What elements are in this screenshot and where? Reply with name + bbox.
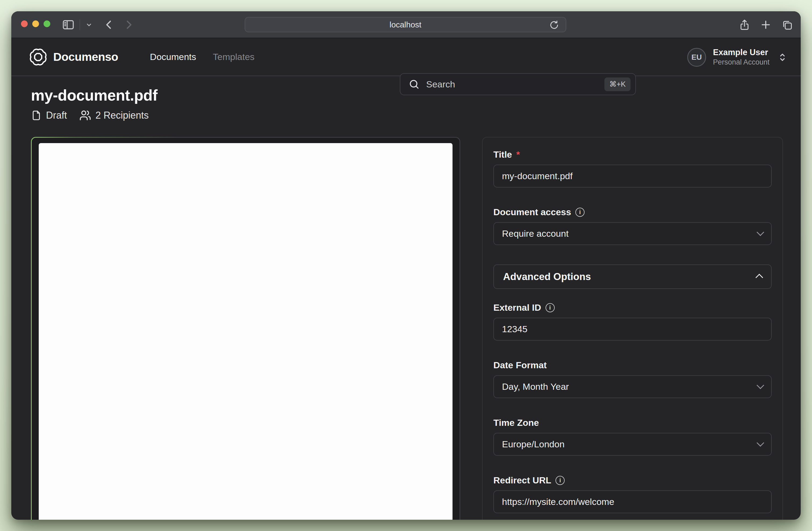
chevrons-up-down-icon: [777, 52, 788, 63]
toolbar-divider: [79, 19, 80, 30]
time-zone-value: Europe/London: [502, 439, 565, 449]
redirect-url-label-text: Redirect URL: [493, 475, 551, 486]
brand[interactable]: Documenso: [30, 48, 118, 66]
time-zone-label: Time Zone: [493, 417, 772, 428]
document-access-select[interactable]: Require account: [493, 222, 772, 245]
chevron-down-icon: [757, 382, 764, 389]
external-id-label: External ID i: [493, 302, 772, 313]
document-access-value: Require account: [502, 228, 569, 239]
address-bar[interactable]: localhost: [245, 17, 566, 32]
forward-button-icon[interactable]: [121, 18, 135, 32]
redirect-url-input[interactable]: [493, 490, 772, 513]
status-text: Draft: [46, 110, 67, 121]
url-text: localhost: [390, 20, 421, 29]
info-icon[interactable]: i: [546, 303, 555, 312]
app-header: Documenso Documents Templates Search ⌘+K…: [11, 38, 801, 76]
title-label-text: Title: [493, 149, 512, 160]
date-format-label: Date Format: [493, 360, 772, 370]
account-menu[interactable]: EU Example User Personal Account: [687, 38, 788, 76]
close-button[interactable]: [21, 20, 28, 27]
new-tab-icon[interactable]: [759, 18, 772, 31]
users-icon: [79, 110, 91, 121]
info-icon[interactable]: i: [575, 208, 584, 217]
browser-window: localhost Do: [11, 11, 801, 520]
external-id-label-text: External ID: [493, 302, 541, 313]
date-format-label-text: Date Format: [493, 360, 547, 370]
tab-overview-icon[interactable]: [781, 18, 793, 31]
avatar: EU: [687, 48, 706, 67]
chevron-down-icon: [757, 439, 764, 446]
brand-name: Documenso: [53, 50, 118, 63]
redirect-url-label: Redirect URL i: [493, 475, 772, 486]
account-name: Example User: [713, 47, 769, 58]
nav-templates[interactable]: Templates: [213, 52, 255, 62]
recipients-text: 2 Recipients: [96, 110, 149, 121]
time-zone-select[interactable]: Europe/London: [493, 433, 772, 456]
title-input[interactable]: [493, 164, 772, 187]
nav-documents[interactable]: Documents: [150, 52, 196, 62]
zoom-button[interactable]: [44, 20, 50, 27]
advanced-options-toggle[interactable]: Advanced Options: [493, 264, 772, 289]
pdf-page[interactable]: [39, 143, 452, 520]
document-access-label: Document access i: [493, 207, 772, 217]
documenso-logo-icon: [30, 48, 47, 66]
date-format-value: Day, Month Year: [502, 382, 569, 392]
traffic-lights: [21, 20, 50, 27]
external-id-input[interactable]: [493, 318, 772, 341]
browser-toolbar: localhost: [11, 11, 801, 38]
reload-icon[interactable]: [549, 20, 559, 30]
sidebar-toggle-icon[interactable]: [61, 18, 75, 32]
main-content: my-document.pdf Draft 2 Recipients: [11, 76, 801, 520]
sidebar-dropdown-chevron-icon[interactable]: [85, 21, 93, 29]
minimize-button[interactable]: [32, 20, 39, 27]
account-type: Personal Account: [713, 58, 769, 67]
chevron-down-icon: [757, 228, 764, 236]
info-icon[interactable]: i: [555, 476, 565, 485]
file-icon: [31, 110, 42, 121]
required-asterisk: *: [516, 149, 520, 160]
recipients-badge: 2 Recipients: [79, 110, 149, 121]
page-title: my-document.pdf: [31, 86, 783, 104]
document-preview-card: [31, 137, 460, 520]
back-button-icon[interactable]: [102, 18, 116, 32]
document-access-label-text: Document access: [493, 207, 571, 217]
title-field-label: Title *: [493, 149, 772, 160]
advanced-options-label: Advanced Options: [503, 271, 591, 283]
status-badge: Draft: [31, 110, 67, 121]
time-zone-label-text: Time Zone: [493, 417, 539, 428]
date-format-select[interactable]: Day, Month Year: [493, 375, 772, 398]
share-icon[interactable]: [738, 18, 751, 31]
document-settings-panel: Title * Document access i Require accoun…: [482, 137, 783, 520]
chevron-up-icon: [756, 274, 763, 281]
document-meta: Draft 2 Recipients: [31, 110, 783, 121]
main-nav: Documents Templates: [150, 52, 255, 62]
